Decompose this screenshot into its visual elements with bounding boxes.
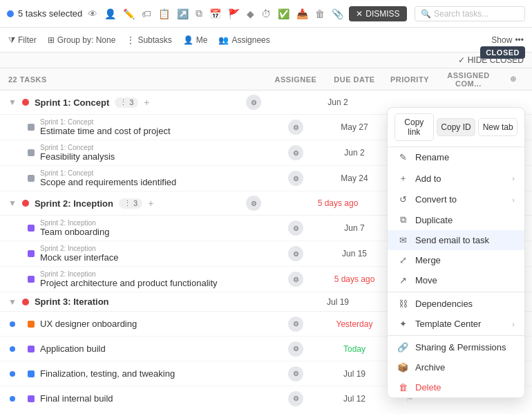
convert-icon: ↺ xyxy=(397,194,408,205)
search-box[interactable]: 🔍 Search tasks... xyxy=(415,6,525,21)
task-label-wrap: Final internal build xyxy=(40,393,268,404)
chevron-right-icon: › xyxy=(512,320,515,328)
toolbar-icons: 👁 👤 ✏️ 🏷 📋 ↗️ ⧉ 📅 🚩 ◆ ⏱ ✅ 📥 🗑 📎 xyxy=(88,8,343,19)
filter-icon: ⧩ xyxy=(8,35,15,45)
col-assignee-header: ASSIGNEE xyxy=(268,75,323,84)
avatar: ⚙ xyxy=(246,95,261,110)
duplicate-menu-item[interactable]: ⧉ Duplicate xyxy=(388,209,524,230)
flag-icon[interactable]: 🚩 xyxy=(228,8,240,19)
clock-icon[interactable]: ⏱ xyxy=(261,8,271,19)
group-icon: ⊞ xyxy=(48,35,55,45)
task-assignee: ⚙ xyxy=(268,246,323,261)
task-name: Finalization, testing, and tweaking xyxy=(40,368,268,379)
convert-to-label: Convert to xyxy=(415,194,505,205)
dismiss-button[interactable]: ✕ DISMISS xyxy=(349,6,406,21)
selection-dot xyxy=(10,371,15,377)
sprint-title-sprint1: Sprint 1: Concept xyxy=(35,97,109,108)
task-status-square xyxy=(28,250,35,257)
task-name: UX designer onboarding xyxy=(40,319,268,329)
sprint-badge-icon: ⋮ xyxy=(124,199,131,208)
sprint-add-sprint1[interactable]: + xyxy=(144,97,149,108)
sprint-badge-icon: ⋮ xyxy=(120,98,127,107)
filter-button[interactable]: ⧩ Filter xyxy=(8,35,37,45)
dependencies-menu-item[interactable]: ⛓ Dependencies xyxy=(388,294,524,314)
copy-icon[interactable]: ⧉ xyxy=(196,8,202,19)
avatar: ⚙ xyxy=(288,341,303,357)
task-due: Jun 15 xyxy=(323,249,386,258)
move-icon[interactable]: ↗️ xyxy=(177,8,189,19)
delete-label: Delete xyxy=(415,382,515,393)
sprint-badge-sprint2: ⋮ 3 xyxy=(119,198,142,209)
list-icon[interactable]: 📋 xyxy=(158,8,170,19)
avatar: ⚙ xyxy=(288,145,303,160)
col-due-header: DUE DATE xyxy=(323,75,386,84)
rename-menu-item[interactable]: ✎ Rename xyxy=(388,147,524,167)
task-name: Final internal build xyxy=(40,393,268,404)
task-assignee: ⚙ xyxy=(268,366,323,382)
avatar: ⚙ xyxy=(288,220,303,236)
subtasks-button[interactable]: ⋮ Subtasks xyxy=(126,35,171,45)
check-icon[interactable]: ✅ xyxy=(278,8,289,19)
sprint-add-sprint2[interactable]: + xyxy=(148,198,153,209)
add-icon: ＋ xyxy=(397,172,408,185)
task-count: 5 tasks selected xyxy=(18,8,82,19)
archive-menu-item[interactable]: 📦 Archive xyxy=(388,357,524,377)
calendar-icon[interactable]: 📅 xyxy=(209,8,221,19)
x-icon: ✕ xyxy=(356,9,363,19)
edit-icon[interactable]: ✏️ xyxy=(123,8,135,19)
user-icon[interactable]: 👤 xyxy=(104,8,116,19)
group-by-button[interactable]: ⊞ Group by: None xyxy=(48,35,116,45)
task-label-wrap: Sprint 2: Inception Team onboarding xyxy=(40,219,268,237)
task-status-square xyxy=(28,276,35,283)
task-status-square xyxy=(28,346,35,352)
avatar: ⚙ xyxy=(288,366,303,382)
task-sublabel: Sprint 1: Concept xyxy=(40,118,268,126)
add-to-menu-item[interactable]: ＋ Add to › xyxy=(388,167,524,189)
me-button[interactable]: 👤 Me xyxy=(183,35,208,45)
diamond-icon[interactable]: ◆ xyxy=(247,8,254,19)
task-sublabel: Sprint 1: Concept xyxy=(40,144,268,151)
delete-menu-item[interactable]: 🗑 Delete xyxy=(388,377,524,397)
trash-icon[interactable]: 🗑 xyxy=(315,8,325,19)
assignees-button[interactable]: 👥 Assignees xyxy=(218,35,269,45)
task-label-wrap: UX designer onboarding xyxy=(40,319,268,329)
tag-icon[interactable]: 🏷 xyxy=(142,8,151,19)
task-assignee: ⚙ xyxy=(268,391,323,406)
eye-icon[interactable]: 👁 xyxy=(88,8,97,19)
dependencies-icon: ⛓ xyxy=(397,299,408,309)
send-email-menu-item[interactable]: ✉ Send email to task xyxy=(388,230,524,250)
show-button[interactable]: Show ••• xyxy=(491,35,524,45)
task-label-wrap: Application build xyxy=(40,344,268,354)
sprint3-due: Jul 19 xyxy=(307,297,369,307)
template-center-menu-item[interactable]: ✦ Template Center › xyxy=(388,314,524,334)
move-menu-item[interactable]: ↗ Move xyxy=(388,270,524,290)
copy-link-button[interactable]: Copy link xyxy=(395,113,434,141)
task-name: Scope and requirements identified xyxy=(40,177,268,187)
sharing-menu-item[interactable]: 🔗 Sharing & Permissions xyxy=(388,337,524,357)
move-label: Move xyxy=(415,275,515,285)
toolbar-left: 5 tasks selected xyxy=(7,8,82,19)
clipboard-icon[interactable]: 📎 xyxy=(332,8,343,19)
avatar: ⚙ xyxy=(288,391,303,406)
status-dot xyxy=(7,10,14,17)
col-plus-header[interactable]: ⊕ xyxy=(503,75,524,84)
selection-dot xyxy=(10,346,15,352)
task-due: Jul 12 xyxy=(323,394,386,404)
merge-menu-item[interactable]: ⤢ Merge xyxy=(388,250,524,270)
add-to-label: Add to xyxy=(415,173,505,184)
closed-badge: CLOSED xyxy=(480,46,525,59)
new-tab-button[interactable]: New tab xyxy=(478,118,517,136)
task-assignee: ⚙ xyxy=(268,317,323,332)
task-label-wrap: Sprint 1: Concept Estimate time and cost… xyxy=(40,118,268,136)
task-label-wrap: Finalization, testing, and tweaking xyxy=(40,368,268,379)
more-icon: ••• xyxy=(515,35,524,45)
inbox-icon[interactable]: 📥 xyxy=(296,8,308,19)
task-status-square xyxy=(28,124,35,131)
assignees-icon: 👥 xyxy=(218,35,229,45)
sprint2-assignee: ⚙ xyxy=(246,196,301,211)
trash-icon: 🗑 xyxy=(397,382,408,393)
copy-id-button[interactable]: Copy ID xyxy=(437,118,476,136)
task-due: 5 days ago xyxy=(323,274,386,284)
convert-to-menu-item[interactable]: ↺ Convert to › xyxy=(388,189,524,209)
context-top-bar: Copy link Copy ID New tab xyxy=(388,108,524,147)
